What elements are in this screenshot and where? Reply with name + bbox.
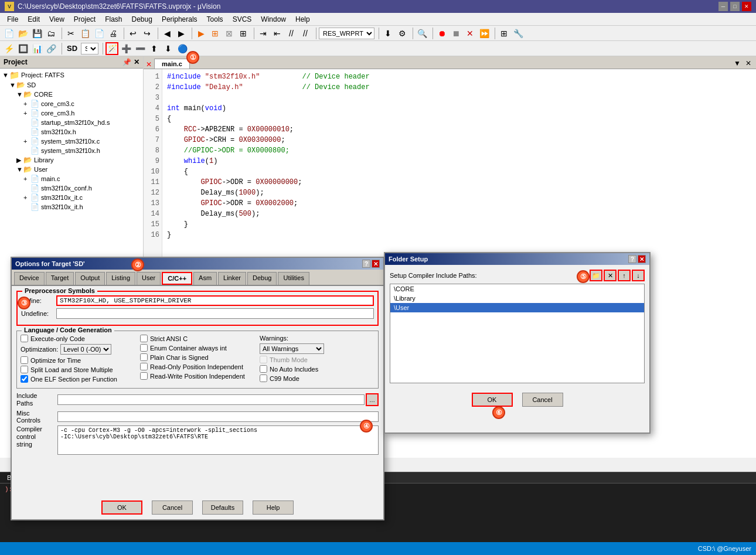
folder-item-library[interactable]: \Library <box>390 294 644 303</box>
menu-svcs[interactable]: SVCS <box>228 14 257 25</box>
no-auto-includes-check[interactable] <box>260 365 267 373</box>
menu-edit[interactable]: Edit <box>23 14 45 25</box>
menu-flash[interactable]: Flash <box>100 14 127 25</box>
find-btn[interactable]: 🔍 <box>416 27 428 40</box>
plain-char-check[interactable] <box>140 353 148 361</box>
tree-library[interactable]: ▶ 📂 Library <box>1 155 142 165</box>
editor-tab-main[interactable]: main.c <box>154 59 190 69</box>
tree-sd[interactable]: ▼ 📂 SD <box>1 80 142 90</box>
indent-btn[interactable]: ⇥ <box>257 27 270 40</box>
cm3h-expand[interactable]: + <box>23 110 30 117</box>
folder-cancel-btn[interactable]: Cancel <box>522 393 563 407</box>
debug-start-btn[interactable]: ⏺ <box>435 27 448 40</box>
opt-tab-output[interactable]: Output <box>75 272 105 285</box>
tree-core-cm3c[interactable]: + 📄 core_cm3.c <box>1 99 142 108</box>
tree-user[interactable]: ▼ 📂 User <box>1 165 142 174</box>
warnings-select[interactable]: All Warnings <box>260 343 324 354</box>
tree-system-h[interactable]: 📄 system_stm32f10x.h <box>1 146 142 155</box>
arrow-up-btn[interactable]: ⬆ <box>148 42 161 55</box>
gear-btn[interactable]: 🔧 <box>512 27 525 40</box>
rtx-btn[interactable]: 🔲 <box>16 42 29 55</box>
undefine-input[interactable] <box>56 308 374 319</box>
rebuild-btn[interactable]: ⊞ <box>209 27 222 40</box>
minimize-button[interactable]: ─ <box>718 2 728 11</box>
opt-tab-target[interactable]: Target <box>46 272 74 285</box>
include-browse-btn[interactable]: … <box>366 393 379 406</box>
tree-startup[interactable]: 📄 startup_stm32f10x_hd.s <box>1 118 142 127</box>
define-input[interactable] <box>56 295 374 306</box>
options-defaults-btn[interactable]: Defaults <box>202 500 243 515</box>
options-close-btn[interactable]: ✕ <box>372 260 380 268</box>
remove-file-btn[interactable]: ➖ <box>134 42 147 55</box>
unindent-btn[interactable]: ⇤ <box>271 27 284 40</box>
redo-btn[interactable]: ↪ <box>141 27 154 40</box>
menu-help[interactable]: Help <box>291 14 315 25</box>
debug-clear-btn[interactable]: ✕ <box>464 27 476 40</box>
tree-it-h[interactable]: 📄 stm32f10x_it.h <box>1 202 142 212</box>
opt-tab-linker[interactable]: Linker <box>218 272 246 285</box>
tree-it-c[interactable]: + 📄 stm32f10x_it.c <box>1 193 142 202</box>
lib-expand[interactable]: ▶ <box>16 156 23 164</box>
folder-ok-btn[interactable]: OK <box>472 393 513 407</box>
comment-btn[interactable]: // <box>285 27 298 40</box>
menu-project[interactable]: Project <box>69 14 100 25</box>
add-file-btn[interactable]: ➕ <box>120 42 132 55</box>
target-select2[interactable]: SD <box>81 43 98 55</box>
misc-controls-input[interactable] <box>57 411 379 422</box>
options-ok-btn[interactable]: OK <box>101 500 142 515</box>
folder-up-btn[interactable]: ↑ <box>618 270 631 281</box>
optimization-select[interactable]: Level 0 (-O0) <box>60 344 111 355</box>
folder-delete-btn[interactable]: ✕ <box>604 270 617 281</box>
folder-item-user[interactable]: \User <box>390 303 644 312</box>
folder-close-btn[interactable]: ✕ <box>638 255 646 263</box>
debug-run-btn[interactable]: ⏩ <box>478 27 491 40</box>
one-elf-check[interactable] <box>21 375 28 383</box>
menu-window[interactable]: Window <box>256 14 291 25</box>
arrow-dn-btn[interactable]: ⬇ <box>162 42 175 55</box>
project-pin-btn[interactable]: 📌 <box>122 58 131 66</box>
optimize-time-check[interactable] <box>21 356 28 364</box>
compiler-control-textarea[interactable]: -c -cpu Cortex-M3 -g -O0 -apcs=interwork… <box>57 425 379 455</box>
stop-build-btn[interactable]: ⊠ <box>223 27 236 40</box>
tree-root[interactable]: ▼ 📁 Project: FATFS <box>1 70 142 80</box>
debug-stop-btn[interactable]: ⏹ <box>449 27 462 40</box>
menu-tools[interactable]: Tools <box>202 14 228 25</box>
target-dropdown[interactable]: RES_WRPRT <box>319 28 374 39</box>
opt-tab-asm[interactable]: Asm <box>193 272 217 285</box>
menu-debug[interactable]: Debug <box>127 14 157 25</box>
save-btn[interactable]: 💾 <box>30 27 43 40</box>
editor-pin-btn[interactable]: ▼ <box>731 58 743 69</box>
folder-help-btn[interactable]: ? <box>628 255 636 263</box>
tree-core-cm3h[interactable]: + 📄 core_cm3.h <box>1 108 142 118</box>
file-btn2[interactable]: 🔵 <box>176 42 189 55</box>
editor-close-btn[interactable]: ✕ <box>743 58 754 69</box>
user-expand[interactable]: ▼ <box>16 166 23 173</box>
read-write-check[interactable] <box>140 372 148 380</box>
folder-item-core[interactable]: \CORE <box>390 284 644 294</box>
strict-ansi-check[interactable] <box>140 335 148 342</box>
opt-tab-user[interactable]: User <box>137 272 161 285</box>
nav-fwd-btn[interactable]: ▶ <box>175 27 188 40</box>
tree-core[interactable]: ▼ 📂 CORE <box>1 90 142 99</box>
opt-tab-ccp[interactable]: C/C++ <box>162 272 192 285</box>
opt-tab-device[interactable]: Device <box>14 272 45 285</box>
tree-conf-h[interactable]: 📄 stm32f10x_conf.h <box>1 183 142 193</box>
grid-btn[interactable]: ⊞ <box>498 27 510 40</box>
read-only-check[interactable] <box>140 363 148 370</box>
sysc-expand[interactable]: + <box>23 138 30 145</box>
settings-btn[interactable]: ⚙ <box>396 27 408 40</box>
core-expand[interactable]: ▼ <box>16 91 23 98</box>
uncomment-btn[interactable]: // <box>299 27 312 40</box>
copy-btn[interactable]: 📋 <box>79 27 91 40</box>
sd-expand[interactable]: ▼ <box>9 81 16 88</box>
root-expand[interactable]: ▼ <box>2 71 9 79</box>
undo-btn[interactable]: ↩ <box>127 27 139 40</box>
magic-wand-btn[interactable]: 🪄 <box>105 42 118 55</box>
periph-btn[interactable]: ⚡ <box>2 42 15 55</box>
maximize-button[interactable]: □ <box>730 2 740 11</box>
enum-container-check[interactable] <box>140 344 148 352</box>
opt-tab-debug[interactable]: Debug <box>247 272 277 285</box>
opt-tab-listing[interactable]: Listing <box>106 272 135 285</box>
opt-tab-utilities[interactable]: Utilities <box>278 272 309 285</box>
folder-down-btn[interactable]: ↓ <box>632 270 645 281</box>
